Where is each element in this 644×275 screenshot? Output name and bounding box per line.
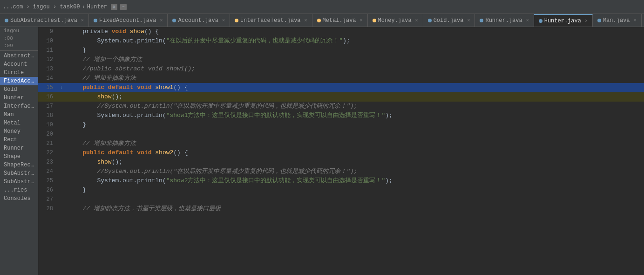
line-number: 28 bbox=[38, 204, 57, 213]
code-line-23: 23 show(); bbox=[38, 158, 644, 167]
sidebar-item-subabstractte[interactable]: SubAbstractTe bbox=[0, 178, 38, 186]
tab-dot bbox=[172, 19, 176, 22]
tab-dot bbox=[373, 19, 376, 22]
sidebar-item-hunter[interactable]: Hunter bbox=[0, 94, 38, 102]
sidebar-item-man[interactable]: Man bbox=[0, 110, 38, 119]
line-number: 27 bbox=[38, 195, 57, 204]
sidebar-item-runner[interactable]: Runner bbox=[0, 144, 38, 152]
tab-label: Metal.java bbox=[323, 17, 356, 24]
tab-gold[interactable]: Gold.java× bbox=[423, 14, 475, 27]
line-content: public default void show2() { bbox=[66, 148, 644, 158]
line-number: 24 bbox=[38, 167, 57, 176]
minimize-icon[interactable]: – bbox=[120, 4, 127, 10]
line-content: //public abstract void show1(); bbox=[66, 64, 644, 74]
line-number: 22 bbox=[38, 148, 57, 158]
code-line-27: 27 bbox=[38, 195, 644, 204]
code-line-21: 21 // 增加非抽象方法 bbox=[38, 139, 644, 148]
tab-close-icon[interactable]: × bbox=[222, 18, 225, 23]
line-content: System.out.println("show1方法中：这里仅仅是接口中的默认… bbox=[66, 111, 644, 120]
sidebar-item-money[interactable]: Money bbox=[0, 127, 38, 136]
code-line-17: 17 //System.out.println("在以后的开发中尽量减少重复的代… bbox=[38, 102, 644, 111]
breadcrumb: ...com › iagou › task09 bbox=[3, 4, 80, 10]
code-line-15: 15↓ public default void show1() { bbox=[38, 83, 644, 92]
line-content: System.out.println("在以后的开发中尽量减少重复的代码，也就是… bbox=[66, 36, 644, 46]
tab-dot bbox=[317, 19, 321, 22]
tab-label: SubAbstractTest.java bbox=[10, 17, 77, 24]
line-content: // 增加一个抽象方法 bbox=[66, 55, 644, 64]
sidebar-item-shape[interactable]: Shape bbox=[0, 152, 38, 161]
line-number: 13 bbox=[38, 64, 57, 74]
line-content: show(); bbox=[66, 158, 644, 167]
sidebar-item-ries[interactable]: ...ries bbox=[0, 186, 38, 194]
line-content: // 增加非抽象方法 bbox=[66, 139, 644, 148]
main-layout: iagou:08:09AbstractTestAccountCircleFixe… bbox=[0, 27, 644, 275]
sidebar-item-subabstractte[interactable]: SubAbstractTe bbox=[0, 169, 38, 178]
code-line-26: 26 } bbox=[38, 186, 644, 195]
sidebar-item-account[interactable]: Account bbox=[0, 60, 38, 69]
sidebar-divider bbox=[0, 50, 38, 51]
sidebar-item-gold[interactable]: Gold bbox=[0, 85, 38, 94]
line-content: //System.out.println("在以后的开发中尽量减少重复的代码，也… bbox=[66, 167, 644, 176]
tab-close-icon[interactable]: × bbox=[467, 18, 470, 23]
line-number: 16 bbox=[38, 92, 57, 102]
line-number: 10 bbox=[38, 36, 57, 46]
code-line-28: 28 // 增加静态方法，书屋于类层级，也就是接口层级 bbox=[38, 204, 644, 213]
tab-metal[interactable]: Metal.java× bbox=[312, 14, 368, 27]
tab-label: Account.java bbox=[178, 17, 218, 24]
line-number: 12 bbox=[38, 55, 57, 64]
line-number: 23 bbox=[38, 158, 57, 167]
current-file: Hunter bbox=[87, 4, 107, 10]
sidebar-item-shaperecttest[interactable]: ShapeRectTest bbox=[0, 161, 38, 169]
tab-subabstracttest[interactable]: SubAbstractTest.java× bbox=[0, 14, 89, 27]
line-content: //System.out.println("在以后的开发中尽量减少重复的代码，也… bbox=[66, 102, 644, 111]
code-line-13: 13 //public abstract void show1(); bbox=[38, 64, 644, 74]
code-line-16: 16 show(); bbox=[38, 92, 644, 102]
tab-hunter[interactable]: Hunter.java× bbox=[534, 14, 593, 27]
tab-fixedaccount[interactable]: FixedAccount.java× bbox=[89, 14, 168, 27]
tab-label: FixedAccount.java bbox=[99, 17, 156, 24]
tab-close-icon[interactable]: × bbox=[585, 19, 588, 24]
tab-dot bbox=[94, 19, 97, 22]
sidebar-item-consoles[interactable]: Consoles bbox=[0, 194, 38, 203]
tab-label: InterfaceTest.java bbox=[240, 17, 301, 24]
line-number: 21 bbox=[38, 139, 57, 148]
tab-man[interactable]: Man.java× bbox=[593, 14, 642, 27]
sidebar-item-interfacetest[interactable]: InterfaceTest bbox=[0, 102, 38, 110]
tab-close-icon[interactable]: × bbox=[160, 18, 163, 23]
line-number: 19 bbox=[38, 120, 57, 130]
tab-runner[interactable]: Runner.java× bbox=[475, 14, 534, 27]
tab-account[interactable]: Account.java× bbox=[168, 14, 230, 27]
line-number: 9 bbox=[38, 27, 57, 36]
tab-interfacetest[interactable]: InterfaceTest.java× bbox=[230, 14, 312, 27]
sidebar-item-abstracttest[interactable]: AbstractTest bbox=[0, 52, 38, 60]
line-number: 14 bbox=[38, 74, 57, 83]
tab-close-icon[interactable]: × bbox=[415, 18, 418, 23]
sidebar-item-fixedaccount[interactable]: FixedAccount bbox=[0, 77, 38, 85]
line-number: 20 bbox=[38, 130, 57, 139]
code-line-18: 18 System.out.println("show1方法中：这里仅仅是接口中… bbox=[38, 111, 644, 120]
sidebar-item-circle[interactable]: Circle bbox=[0, 69, 38, 77]
code-line-24: 24 //System.out.println("在以后的开发中尽量减少重复的代… bbox=[38, 167, 644, 176]
tab-close-icon[interactable]: × bbox=[305, 18, 307, 23]
sidebar-item-metal[interactable]: Metal bbox=[0, 119, 38, 127]
line-content: } bbox=[66, 120, 644, 130]
top-bar-icons: ⚙ – bbox=[111, 4, 127, 10]
tab-close-icon[interactable]: × bbox=[360, 18, 363, 23]
code-line-25: 25 System.out.println("show2方法中：这里仅仅是接口中… bbox=[38, 176, 644, 186]
code-line-12: 12 // 增加一个抽象方法 bbox=[38, 55, 644, 64]
sidebar-item-rect[interactable]: Rect bbox=[0, 136, 38, 144]
tab-label: Gold.java bbox=[434, 17, 464, 24]
tab-close-icon[interactable]: × bbox=[634, 18, 637, 23]
tab-close-icon[interactable]: × bbox=[81, 18, 84, 23]
tab-close-icon[interactable]: × bbox=[526, 18, 529, 23]
tab-dot bbox=[428, 19, 432, 22]
breadcrumb-area: ...com › iagou › task09 › Hunter bbox=[3, 4, 107, 10]
tab-label: Hunter.java bbox=[544, 18, 581, 24]
code-line-11: 11 } bbox=[38, 46, 644, 55]
line-number: 26 bbox=[38, 186, 57, 195]
settings-icon[interactable]: ⚙ bbox=[111, 4, 117, 10]
code-line-20: 20 bbox=[38, 130, 644, 139]
sidebar-info_line3: :09 bbox=[0, 42, 38, 49]
tab-money[interactable]: Money.java× bbox=[368, 14, 423, 27]
tab-dot bbox=[235, 19, 238, 22]
